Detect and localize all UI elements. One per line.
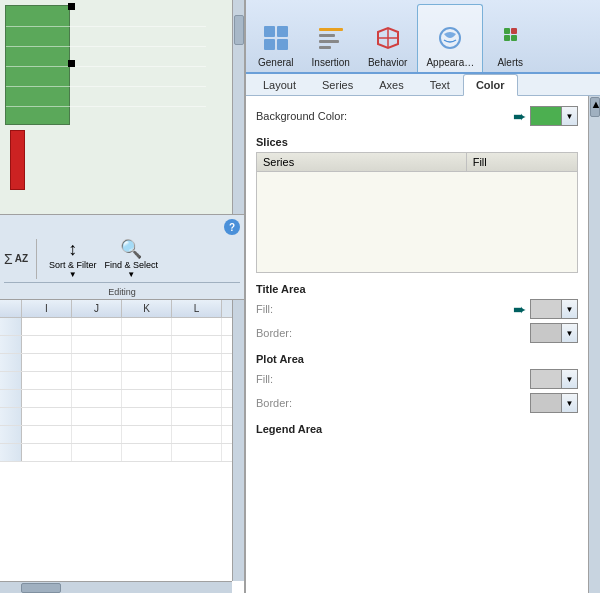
col-header-K: K: [122, 300, 172, 317]
cell-L4[interactable]: [172, 372, 222, 389]
title-area-label: Title Area: [256, 283, 578, 295]
svg-rect-1: [277, 26, 288, 37]
spreadsheet-rows: [0, 318, 244, 462]
svg-rect-10: [511, 28, 517, 34]
table-row: [0, 444, 244, 462]
sort-filter-btn[interactable]: ↕ Sort & Filter ▼: [49, 239, 97, 279]
title-fill-dropdown[interactable]: ▼: [562, 299, 578, 319]
plot-border-btn[interactable]: ▼: [530, 393, 578, 413]
tab-general[interactable]: General: [250, 4, 302, 72]
title-area-section: Title Area Fill: ➨ ▼ Border:: [256, 281, 578, 343]
cell-L3[interactable]: [172, 354, 222, 371]
cell-I2[interactable]: [22, 336, 72, 353]
row-num-1: [0, 318, 22, 335]
cell-K5[interactable]: [122, 390, 172, 407]
title-border-btn[interactable]: ▼: [530, 323, 578, 343]
v-scrollbar[interactable]: [232, 300, 244, 581]
background-color-btn[interactable]: ▼: [530, 106, 578, 126]
title-border-dropdown[interactable]: ▼: [562, 323, 578, 343]
cell-L1[interactable]: [172, 318, 222, 335]
cell-I7[interactable]: [22, 426, 72, 443]
plot-fill-dropdown[interactable]: ▼: [562, 369, 578, 389]
cell-K3[interactable]: [122, 354, 172, 371]
help-icon[interactable]: ?: [224, 219, 240, 235]
cell-J7[interactable]: [72, 426, 122, 443]
background-color-swatch[interactable]: [530, 106, 562, 126]
cell-K1[interactable]: [122, 318, 172, 335]
cell-I5[interactable]: [22, 390, 72, 407]
cell-L8[interactable]: [172, 444, 222, 461]
cell-I4[interactable]: [22, 372, 72, 389]
h-scrollbar[interactable]: [0, 581, 232, 593]
cell-J8[interactable]: [72, 444, 122, 461]
cell-J1[interactable]: [72, 318, 122, 335]
row-num-4: [0, 372, 22, 389]
cell-L6[interactable]: [172, 408, 222, 425]
title-fill-swatch[interactable]: [530, 299, 562, 319]
slices-table-header: Series Fill: [257, 153, 577, 172]
cell-J5[interactable]: [72, 390, 122, 407]
cell-I8[interactable]: [22, 444, 72, 461]
cell-L7[interactable]: [172, 426, 222, 443]
plot-border-dropdown[interactable]: ▼: [562, 393, 578, 413]
sub-tab-text[interactable]: Text: [417, 74, 463, 95]
sub-tab-layout[interactable]: Layout: [250, 74, 309, 95]
sub-tab-color[interactable]: Color: [463, 74, 518, 96]
svg-rect-0: [264, 26, 275, 37]
title-border-label: Border:: [256, 327, 356, 339]
slices-table-body[interactable]: [257, 172, 577, 272]
title-fill-arrow-icon: ➨: [513, 300, 526, 319]
toolbar-area: ? Σ AZ ↕ Sort & Filter ▼ 🔍 Find & Select…: [0, 215, 244, 300]
cell-L5[interactable]: [172, 390, 222, 407]
cell-K2[interactable]: [122, 336, 172, 353]
right-scrollbar-up[interactable]: ▲: [590, 97, 600, 117]
cell-I6[interactable]: [22, 408, 72, 425]
cell-L2[interactable]: [172, 336, 222, 353]
sub-tab-series[interactable]: Series: [309, 74, 366, 95]
plot-border-row: Border: ▼: [256, 393, 578, 413]
cell-K4[interactable]: [122, 372, 172, 389]
chart-area: [0, 0, 244, 215]
plot-fill-btn[interactable]: ▼: [530, 369, 578, 389]
tab-behavior[interactable]: Behavior: [360, 4, 415, 72]
chart-scrollbar-thumb[interactable]: [234, 15, 244, 45]
title-fill-row: Fill: ➨ ▼: [256, 299, 578, 319]
tab-appearance[interactable]: Appeara…: [417, 4, 483, 72]
plot-fill-swatch[interactable]: [530, 369, 562, 389]
tab-insertion-label: Insertion: [312, 57, 350, 68]
chart-scrollbar[interactable]: [232, 0, 244, 215]
tab-general-label: General: [258, 57, 294, 68]
cell-K6[interactable]: [122, 408, 172, 425]
table-row: [0, 408, 244, 426]
title-border-swatch[interactable]: [530, 323, 562, 343]
find-select-btn[interactable]: 🔍 Find & Select ▼: [105, 238, 159, 279]
plot-border-swatch[interactable]: [530, 393, 562, 413]
legend-area-label: Legend Area: [256, 423, 578, 435]
chart-handle-mid[interactable]: [68, 60, 75, 67]
sub-tab-axes[interactable]: Axes: [366, 74, 416, 95]
cell-J4[interactable]: [72, 372, 122, 389]
table-row: [0, 318, 244, 336]
chart-line-4: [6, 86, 206, 87]
cell-K7[interactable]: [122, 426, 172, 443]
table-row: [0, 336, 244, 354]
cell-I3[interactable]: [22, 354, 72, 371]
tab-insertion[interactable]: Insertion: [304, 4, 358, 72]
right-panel: General Insertion: [245, 0, 600, 593]
cell-K8[interactable]: [122, 444, 172, 461]
plot-fill-row: Fill: ▼: [256, 369, 578, 389]
background-color-dropdown[interactable]: ▼: [562, 106, 578, 126]
row-num-3: [0, 354, 22, 371]
right-scrollbar[interactable]: ▲: [588, 96, 600, 593]
find-select-group: 🔍 Find & Select ▼: [105, 238, 159, 279]
chart-handle-top[interactable]: [68, 3, 75, 10]
cell-J2[interactable]: [72, 336, 122, 353]
cell-I1[interactable]: [22, 318, 72, 335]
tab-alerts[interactable]: Alerts: [485, 4, 535, 72]
slices-col-series-header: Series: [257, 153, 467, 171]
h-scrollbar-thumb[interactable]: [21, 583, 61, 593]
cell-J3[interactable]: [72, 354, 122, 371]
title-fill-btn[interactable]: ▼: [530, 299, 578, 319]
cell-J6[interactable]: [72, 408, 122, 425]
chart-red-bar: [10, 130, 25, 190]
